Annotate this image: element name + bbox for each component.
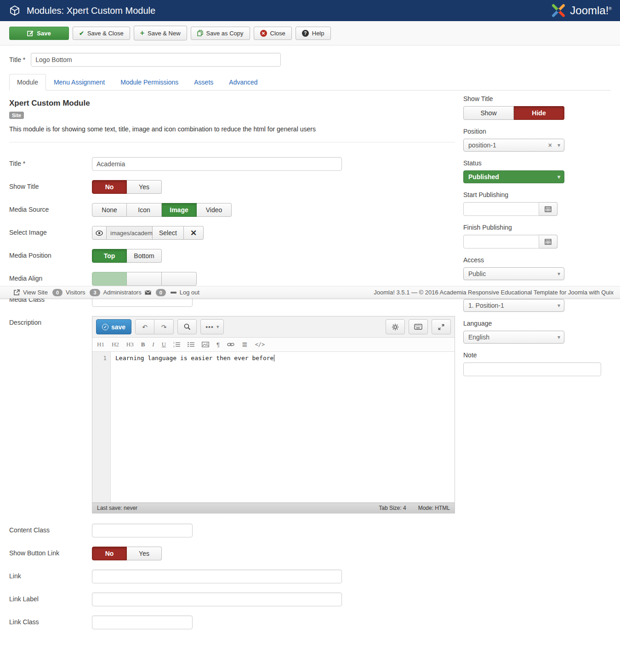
tab-module-permissions[interactable]: Module Permissions	[113, 74, 186, 90]
show-button-link-no-button[interactable]: No	[92, 547, 127, 560]
tab-menu-assignment[interactable]: Menu Assignment	[46, 74, 113, 90]
help-button[interactable]: ? Help	[296, 27, 331, 40]
description-label: Description	[9, 316, 92, 514]
field-link-class: Link Class	[9, 616, 455, 629]
media-source-label: Media Source	[9, 203, 92, 217]
search-button[interactable]	[177, 319, 197, 334]
editor-save-button[interactable]: ✓ save	[96, 319, 131, 334]
media-source-video-button[interactable]: Video	[197, 203, 232, 217]
clear-image-button[interactable]: ✕	[184, 226, 204, 240]
start-publishing-group	[463, 202, 557, 216]
align-lines-icon[interactable]: ≣	[242, 340, 248, 349]
ordering-select[interactable]: 1. Position-1 ▾	[463, 299, 564, 312]
tab-module[interactable]: Module	[9, 74, 46, 90]
save-copy-button[interactable]: Save as Copy	[191, 27, 250, 40]
media-position-bottom-button[interactable]: Bottom	[127, 249, 162, 263]
content-class-input[interactable]	[92, 524, 193, 537]
save-close-button[interactable]: ✔ Save & Close	[73, 27, 130, 40]
show-title-hide-button[interactable]: Hide	[514, 106, 564, 120]
redo-icon: ↷	[161, 323, 167, 331]
redo-button[interactable]: ↷	[154, 319, 174, 334]
image-path-input[interactable]: images/academ	[107, 226, 153, 240]
h3-button[interactable]: H3	[126, 341, 134, 348]
start-publishing-calendar-button[interactable]	[539, 202, 557, 216]
field-title: Title *	[9, 157, 455, 171]
h2-button[interactable]: H2	[112, 341, 119, 348]
chevron-down-icon: ▾	[216, 324, 219, 330]
view-site-link[interactable]: View Site	[14, 289, 48, 296]
title-input[interactable]	[92, 157, 342, 171]
sidebar-position: Position position-1 × ▾	[463, 128, 611, 152]
link-icon[interactable]	[227, 342, 234, 347]
media-source-icon-button[interactable]: Icon	[127, 203, 162, 217]
tab-assets[interactable]: Assets	[186, 74, 221, 90]
editor-settings-button[interactable]	[386, 319, 405, 334]
media-align-option-1[interactable]	[92, 272, 127, 286]
link-label-label: Link Label	[9, 593, 92, 606]
copy-icon	[197, 30, 203, 36]
editor-code-area[interactable]: 1 Learning language is easier then ever …	[92, 352, 455, 503]
link-label-input[interactable]	[92, 593, 342, 606]
h1-button[interactable]: H1	[97, 341, 104, 348]
note-input[interactable]	[463, 362, 601, 376]
bold-button[interactable]: B	[141, 341, 145, 348]
chevron-down-icon: ▾	[557, 271, 560, 277]
save-pencil-icon	[27, 30, 34, 36]
ordered-list-icon[interactable]: 12	[173, 342, 180, 347]
content-area: Xpert Custom Module Site This module is …	[0, 90, 620, 638]
clear-position-icon[interactable]: ×	[548, 141, 552, 149]
administrators-link[interactable]: 3 Administrators	[90, 289, 151, 296]
more-options-button[interactable]: ••• ▾	[200, 319, 224, 334]
language-select[interactable]: English ▾	[463, 331, 564, 344]
field-content-class: Content Class	[9, 524, 455, 537]
preview-eye-icon[interactable]	[92, 226, 107, 240]
note-label: Note	[463, 351, 611, 359]
field-select-image: Select Image images/academ Select ✕	[9, 226, 455, 240]
editor-keyboard-button[interactable]	[409, 319, 428, 334]
media-align-toggle	[92, 272, 197, 286]
editor-fullscreen-button[interactable]	[432, 319, 451, 334]
chevron-down-icon: ▾	[557, 302, 560, 309]
save-button[interactable]: Save	[9, 27, 69, 40]
underline-button[interactable]: U	[162, 341, 166, 348]
position-label: Position	[463, 128, 611, 135]
media-align-option-3[interactable]	[162, 272, 197, 286]
svg-text:2: 2	[173, 345, 175, 347]
save-new-button[interactable]: + Save & New	[134, 26, 187, 40]
code-content[interactable]: Learning language is easier then ever be…	[111, 352, 274, 503]
tab-advanced[interactable]: Advanced	[221, 74, 265, 90]
show-title-no-button[interactable]: No	[92, 180, 127, 194]
field-link-label: Link Label	[9, 593, 455, 606]
access-select[interactable]: Public ▾	[463, 267, 564, 280]
language-label: Language	[463, 320, 611, 327]
status-select[interactable]: Published ▾	[463, 170, 564, 183]
image-icon[interactable]	[202, 342, 209, 347]
show-button-link-yes-button[interactable]: Yes	[127, 547, 162, 560]
link-class-input[interactable]	[92, 616, 193, 629]
undo-button[interactable]: ↶	[135, 319, 154, 334]
close-button[interactable]: ✕ Close	[254, 27, 292, 40]
show-title-show-button[interactable]: Show	[463, 106, 514, 120]
pilcrow-icon[interactable]: ¶	[216, 341, 220, 348]
messages-link[interactable]: 0	[156, 289, 166, 296]
start-publishing-input[interactable]	[463, 202, 539, 216]
select-image-button[interactable]: Select	[153, 226, 184, 240]
show-button-link-label: Show Button Link	[9, 547, 92, 560]
media-source-none-button[interactable]: None	[92, 203, 127, 217]
show-title-yes-button[interactable]: Yes	[127, 180, 162, 194]
media-position-top-button[interactable]: Top	[92, 249, 127, 263]
logout-link[interactable]: Log out	[171, 289, 199, 296]
module-edit-page: Modules: Xpert Custom Module Joomla!® Sa…	[0, 0, 620, 672]
media-source-image-button[interactable]: Image	[162, 203, 197, 217]
media-align-option-2[interactable]	[127, 272, 162, 286]
finish-publishing-input[interactable]	[463, 235, 539, 248]
bullet-list-icon[interactable]	[188, 342, 194, 347]
finish-publishing-calendar-button[interactable]	[539, 235, 557, 248]
select-image-group: images/academ Select ✕	[92, 226, 204, 240]
link-input[interactable]	[92, 570, 342, 583]
visitors-link[interactable]: 0 Visitors	[52, 289, 85, 296]
position-select[interactable]: position-1 × ▾	[463, 139, 564, 152]
italic-button[interactable]: I	[152, 341, 154, 348]
code-tag-icon[interactable]: </>	[255, 341, 265, 348]
module-title-input[interactable]	[31, 53, 281, 67]
